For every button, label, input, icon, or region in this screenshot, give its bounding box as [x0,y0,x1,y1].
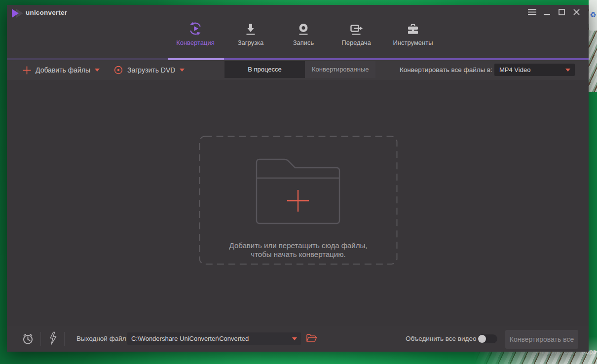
tab-converting[interactable]: В процессе конвертации [224,61,305,78]
tab-download-label: Загрузка [220,39,281,46]
footer-divider [64,332,65,346]
record-icon [273,21,334,36]
chevron-down-icon [565,69,570,72]
file-dropzone[interactable]: Добавить или перетащить сюда файлы, чтоб… [199,136,398,265]
tab-download[interactable]: Загрузка [220,21,281,46]
merge-all-label: Объединить все видео [406,326,476,352]
tab-transfer[interactable]: Передача [326,21,387,46]
schedule-alarm-icon[interactable] [21,332,35,347]
dropzone-message-line2: чтобы начать конвертацию. [199,250,398,259]
maximize-button[interactable] [558,8,566,16]
footer-divider [40,332,41,346]
format-select-value: MP4 Video [494,66,565,73]
tab-converted[interactable]: Конвертированные [305,61,375,78]
chevron-down-icon [180,69,185,72]
tab-record[interactable]: Запись [273,21,334,46]
add-folder-icon [255,158,341,224]
tab-transfer-label: Передача [326,39,387,46]
output-path-field[interactable]: C:\Wondershare UniConverter\Converted [127,332,301,345]
window-controls [528,8,581,16]
download-icon [220,21,281,36]
tab-record-label: Запись [273,39,334,46]
app-title: uniconverter [26,9,67,16]
recycle-bin-icon[interactable]: ♻ [589,0,597,31]
chevron-down-icon [95,69,100,72]
disc-icon [114,66,123,74]
add-files-label: Добавить файлы [36,66,90,74]
output-file-label: Выходной файл [76,326,126,352]
add-files-button[interactable]: Добавить файлы [23,60,100,80]
convert-icon [165,21,226,36]
tab-convert-label: Конвертация [165,39,226,46]
high-speed-icon[interactable] [46,331,59,348]
transfer-icon [326,21,387,36]
load-dvd-label: Загрузить DVD [127,66,175,74]
load-dvd-button[interactable]: Загрузить DVD [114,60,185,80]
chevron-down-icon [292,337,297,340]
footer-bar: Выходной файл C:\Wondershare UniConverte… [7,326,589,352]
tab-convert[interactable]: Конвертация [165,21,226,46]
plus-icon [23,66,31,74]
output-path-value: C:\Wondershare UniConverter\Converted [127,335,292,342]
dropzone-message: Добавить или перетащить сюда файлы, чтоб… [199,241,398,259]
main-area: Добавить или перетащить сюда файлы, чтоб… [7,80,589,326]
open-folder-button[interactable] [306,333,317,345]
menu-icon[interactable] [528,8,536,16]
recycle-glyph: ♻ [590,10,596,19]
toolbox-icon [382,21,444,36]
merge-all-toggle[interactable] [478,334,497,343]
minimize-button[interactable] [543,8,551,16]
logo-play-triangle [12,9,19,18]
toggle-knob [478,335,486,343]
convert-target-label: Конвертировать все файлы в: [400,60,492,80]
uniconverter-window: uniconverter Конвертация [7,5,589,352]
plus-icon [287,190,309,212]
tab-tools[interactable]: Инструменты [382,21,444,46]
toolbar: Добавить файлы Загрузить DVD В процессе … [7,60,589,80]
tab-tools-label: Инструменты [382,39,444,46]
close-button[interactable] [572,8,581,16]
dropzone-message-line1: Добавить или перетащить сюда файлы, [199,241,398,250]
convert-all-button[interactable]: Конвертировать все [505,330,578,349]
format-select[interactable]: MP4 Video [494,64,575,76]
